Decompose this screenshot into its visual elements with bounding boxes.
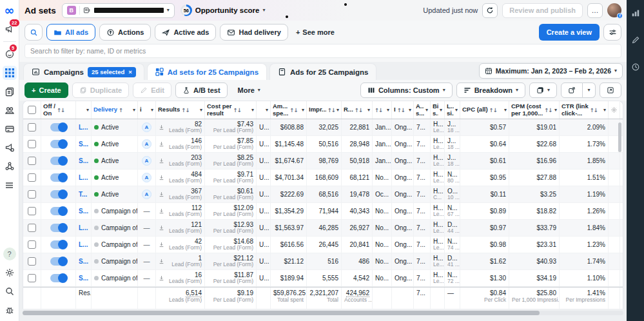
expand-table-button[interactable] <box>600 83 621 98</box>
ad-set-name-link[interactable]: S... <box>79 275 88 282</box>
row-checkbox[interactable] <box>28 157 36 165</box>
column-header-ctr[interactable]: CTR (linkclick-...↑↓▾ <box>560 101 609 119</box>
column-header-lsig[interactable]: L...si...▾ <box>445 101 460 119</box>
horizontal-scrollbar[interactable] <box>23 310 623 316</box>
export-options-button[interactable]: ▾ <box>583 83 596 98</box>
column-menu-icon[interactable]: ▾ <box>86 108 89 113</box>
ad-set-name-link[interactable]: L... <box>79 124 88 131</box>
row-checkbox[interactable] <box>28 207 36 215</box>
audiences-icon[interactable] <box>3 103 17 117</box>
column-header-cost[interactable]: Cost perresult↑↓▾ <box>205 101 257 119</box>
account-selector[interactable]: B ▾ <box>62 3 175 18</box>
select-all-checkbox[interactable] <box>28 106 36 114</box>
column-settings-gear-icon[interactable] <box>610 106 618 113</box>
column-menu-icon[interactable]: ▾ <box>440 108 442 113</box>
tab-ad-sets[interactable]: Ad sets for 25 Campaigns <box>147 63 267 80</box>
all-tools-menu-icon[interactable] <box>3 178 17 192</box>
selected-count-badge[interactable]: 25 selected × <box>88 67 136 77</box>
column-header-check[interactable] <box>23 101 41 119</box>
table-row[interactable]: S...ActiveA203Leads (Form)$8.25Per Lead … <box>23 153 623 170</box>
column-header-starts[interactable]: ↑↓▾ <box>373 101 392 119</box>
ad-set-name-link[interactable]: S... <box>79 258 88 265</box>
table-row[interactable]: L...ActiveA82Leads (Form)$7.43Per Lead (… <box>23 119 623 136</box>
row-checkbox[interactable] <box>28 190 36 199</box>
history-clock-icon[interactable] <box>630 62 641 72</box>
more-options-button[interactable]: … <box>587 3 603 18</box>
column-menu-icon[interactable]: ▾ <box>302 108 304 113</box>
tab-ads[interactable]: Ads for 25 Campaigns <box>269 63 376 80</box>
advantage-badge-icon[interactable]: A <box>142 122 151 132</box>
row-checkbox[interactable] <box>28 257 36 266</box>
off-on-toggle[interactable] <box>50 123 67 131</box>
results-trend-icon[interactable] <box>159 124 164 130</box>
column-header-bids[interactable]: Bids...▾ <box>431 101 445 119</box>
reports-button[interactable]: ▾ <box>529 83 557 98</box>
insights-chart-icon[interactable] <box>630 8 641 18</box>
row-checkbox[interactable] <box>28 123 36 131</box>
off-on-toggle[interactable] <box>50 240 67 249</box>
column-header-delivery[interactable]: Delivery↑▾ <box>92 101 138 119</box>
row-checkbox[interactable] <box>28 240 36 249</box>
column-header-results[interactable]: Results↑↓▾ <box>156 101 205 119</box>
row-checkbox[interactable] <box>28 274 36 282</box>
billing-icon[interactable] <box>3 122 17 136</box>
results-trend-icon[interactable] <box>159 275 164 281</box>
scrollbar-thumb[interactable] <box>23 311 540 315</box>
clear-selection-icon[interactable]: × <box>128 68 132 75</box>
column-menu-icon[interactable]: ▾ <box>337 108 339 113</box>
ad-set-name-link[interactable]: S... <box>79 157 88 164</box>
campaigns-nav-icon[interactable] <box>3 66 17 80</box>
column-menu-icon[interactable]: ▾ <box>554 108 557 113</box>
column-menu-icon[interactable]: ▾ <box>367 108 370 113</box>
off-on-toggle[interactable] <box>50 257 67 266</box>
column-header-ends[interactable]: I↑↓▾ <box>392 101 414 119</box>
sort-icon[interactable]: ↑↓ <box>233 107 241 113</box>
column-header-attr[interactable]: A...s...▾ <box>414 101 431 119</box>
table-row[interactable]: L...Campaign off—42Leads (Form)$14.68Per… <box>23 237 623 253</box>
column-header-amount[interactable]: Am...spe...↑↓▾ <box>271 101 307 119</box>
row-checkbox[interactable] <box>28 173 36 182</box>
sort-icon[interactable]: ↑↓ <box>355 107 362 113</box>
settings-icon[interactable] <box>3 266 17 280</box>
advantage-badge-icon[interactable]: A <box>142 139 151 149</box>
breakdown-button[interactable]: Breakdown ▾ <box>456 83 525 98</box>
sort-icon[interactable]: ↑↓ <box>544 107 552 113</box>
off-on-toggle[interactable] <box>50 173 67 182</box>
sort-icon[interactable]: ↑↓ <box>375 107 382 113</box>
view-settings-button[interactable] <box>603 24 621 41</box>
columns-button[interactable]: Columns: Custom ▾ <box>360 83 453 98</box>
filter-search-button[interactable] <box>24 24 43 41</box>
off-on-toggle[interactable] <box>50 190 67 199</box>
column-menu-icon[interactable]: ▾ <box>133 108 135 113</box>
table-row[interactable]: L...ActiveA484Leads (Form)$9.71Per Lead … <box>23 170 623 186</box>
column-header-reach[interactable]: R...↑↓▾ <box>342 101 373 119</box>
sort-icon[interactable]: ↑↓ <box>327 107 335 113</box>
sort-icon[interactable]: ↑↓ <box>590 107 598 113</box>
table-row[interactable]: S...Campaign off—1Lead (Form)$21.12Per L… <box>23 253 623 270</box>
tab-campaigns[interactable]: Campaigns 25 selected × <box>23 63 144 80</box>
refresh-button[interactable] <box>482 3 498 18</box>
meta-logo-icon[interactable]: ∞ <box>3 3 17 17</box>
sort-icon[interactable]: ↑↓ <box>489 107 497 113</box>
edit-button[interactable]: Edit <box>133 83 171 98</box>
advantage-badge-icon[interactable]: A <box>142 190 151 199</box>
filter-actions[interactable]: Actions <box>99 24 151 41</box>
advantage-badge-icon[interactable]: A <box>142 173 151 182</box>
off-on-toggle[interactable] <box>50 224 67 232</box>
table-row[interactable]: S...Campaign off—112Leads (Form)$12.09Pe… <box>23 203 623 220</box>
ab-test-button[interactable]: A/B test <box>175 83 228 98</box>
results-trend-icon[interactable] <box>159 225 164 231</box>
table-row[interactable]: L...Campaign off—121Leads (Form)$12.93Pe… <box>23 220 623 237</box>
column-menu-icon[interactable]: ▾ <box>266 108 268 113</box>
advantage-badge-icon[interactable]: A <box>142 156 151 166</box>
vertical-scrollbar[interactable] <box>618 122 621 152</box>
report-bug-icon[interactable] <box>3 303 17 317</box>
export-button[interactable] <box>561 83 583 98</box>
table-row[interactable]: T...ActiveA367Leads (Form)$0.61Per Lead … <box>23 186 623 203</box>
column-menu-icon[interactable]: ▾ <box>151 108 153 113</box>
sort-icon[interactable]: ↑↓ <box>181 107 189 113</box>
opportunity-score[interactable]: 56 Opportunity score ▾ <box>181 5 266 16</box>
table-row[interactable]: S...ActiveA146Leads (Form)$7.85Per Lead … <box>23 136 623 153</box>
filter-all-ads[interactable]: All ads <box>46 24 95 41</box>
column-menu-icon[interactable]: ▾ <box>603 108 606 113</box>
